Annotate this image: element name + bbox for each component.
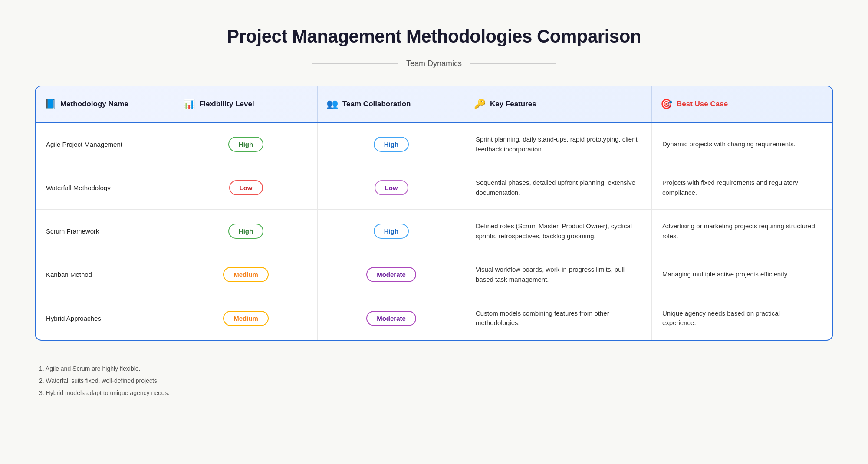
header-best-use: 🎯 Best Use Case	[652, 86, 825, 122]
cell-methodology-name: Agile Project Management	[36, 123, 174, 166]
cell-flexibility: Medium	[174, 296, 318, 340]
header-flexibility: 📊 Flexibility Level	[174, 86, 318, 122]
table-body: Agile Project Management High High Sprin…	[36, 123, 832, 340]
main-table: 📘 Methodology Name 📊 Flexibility Level 👥…	[35, 86, 833, 341]
table-header: 📘 Methodology Name 📊 Flexibility Level 👥…	[36, 86, 832, 123]
collaboration-icon: 👥	[326, 99, 338, 110]
cell-flexibility: Low	[174, 166, 318, 209]
cell-key-features: Custom models combining features from ot…	[465, 296, 652, 340]
collaboration-badge: High	[374, 137, 409, 152]
table-row: Kanban Method Medium Moderate Visual wor…	[36, 253, 832, 296]
cell-flexibility: Medium	[174, 253, 318, 296]
cell-methodology-name: Hybrid Approaches	[36, 296, 174, 340]
flexibility-badge: Medium	[223, 311, 269, 326]
cell-key-features: Defined roles (Scrum Master, Product Own…	[465, 210, 652, 253]
methodology-icon: 📘	[44, 99, 56, 110]
cell-collaboration: Moderate	[318, 296, 465, 340]
flexibility-badge: High	[228, 137, 263, 152]
collaboration-badge: Low	[375, 180, 408, 195]
subtitle-text: Team Dynamics	[406, 59, 462, 68]
header-methodology: 📘 Methodology Name	[36, 86, 174, 122]
footnote-item: 3. Hybrid models adapt to unique agency …	[39, 387, 833, 399]
flexibility-badge: Medium	[223, 267, 269, 282]
cell-collaboration: High	[318, 123, 465, 166]
cell-flexibility: High	[174, 123, 318, 166]
page-title: Project Management Methodologies Compari…	[227, 26, 641, 47]
flexibility-icon: 📊	[183, 99, 195, 110]
header-collaboration: 👥 Team Collaboration	[318, 86, 465, 122]
collaboration-badge: Moderate	[366, 311, 416, 326]
cell-best-use: Projects with fixed requirements and reg…	[652, 166, 825, 209]
cell-best-use: Advertising or marketing projects requir…	[652, 210, 825, 253]
flexibility-badge: Low	[229, 180, 263, 195]
footnotes: 1. Agile and Scrum are highly flexible.2…	[35, 362, 833, 399]
cell-methodology-name: Kanban Method	[36, 253, 174, 296]
subtitle-wrapper: Team Dynamics	[312, 59, 556, 68]
table-row: Scrum Framework High High Defined roles …	[36, 210, 832, 253]
cell-collaboration: High	[318, 210, 465, 253]
header-key-features: 🔑 Key Features	[465, 86, 652, 122]
subtitle-line-left	[312, 63, 398, 64]
flexibility-badge: High	[228, 224, 263, 239]
collaboration-badge: High	[374, 224, 409, 239]
cell-methodology-name: Waterfall Methodology	[36, 166, 174, 209]
cell-best-use: Unique agency needs based on practical e…	[652, 296, 825, 340]
cell-methodology-name: Scrum Framework	[36, 210, 174, 253]
cell-collaboration: Moderate	[318, 253, 465, 296]
key-features-icon: 🔑	[474, 99, 486, 110]
cell-best-use: Managing multiple active projects effici…	[652, 253, 825, 296]
cell-key-features: Sprint planning, daily stand-ups, rapid …	[465, 123, 652, 166]
cell-collaboration: Low	[318, 166, 465, 209]
cell-key-features: Visual workflow boards, work-in-progress…	[465, 253, 652, 296]
footnote-item: 1. Agile and Scrum are highly flexible.	[39, 362, 833, 375]
table-row: Hybrid Approaches Medium Moderate Custom…	[36, 296, 832, 340]
table-row: Agile Project Management High High Sprin…	[36, 123, 832, 166]
best-use-icon: 🎯	[661, 99, 672, 110]
footnote-item: 2. Waterfall suits fixed, well-defined p…	[39, 375, 833, 387]
cell-key-features: Sequential phases, detailed upfront plan…	[465, 166, 652, 209]
cell-best-use: Dynamic projects with changing requireme…	[652, 123, 825, 166]
cell-flexibility: High	[174, 210, 318, 253]
collaboration-badge: Moderate	[366, 267, 416, 282]
table-row: Waterfall Methodology Low Low Sequential…	[36, 166, 832, 210]
subtitle-line-right	[470, 63, 556, 64]
